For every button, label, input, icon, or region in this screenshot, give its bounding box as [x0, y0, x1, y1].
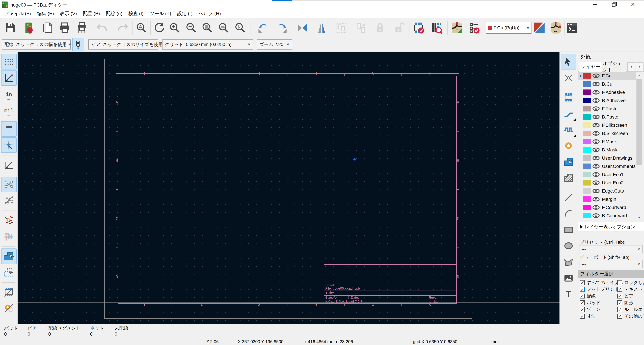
layer-row[interactable]: User.Drawings [578, 154, 636, 162]
polar-coordinates-button[interactable]: rθ [1, 70, 16, 86]
router-settings-button[interactable] [550, 20, 562, 36]
zoom-in-button[interactable] [167, 20, 182, 36]
layer-row[interactable]: F.Paste [578, 105, 636, 113]
visibility-eye-icon[interactable] [592, 156, 600, 160]
layer-row[interactable]: B.Courtyard [578, 212, 636, 220]
layer-color-swatch[interactable] [583, 131, 591, 136]
layer-list-scrollbar[interactable]: ▲ ▼ [636, 72, 642, 221]
local-ratsnest-button[interactable] [561, 70, 576, 86]
zoom-select[interactable]: ズーム 2.20∨ [257, 40, 292, 50]
layer-row[interactable]: F.Courtyard [578, 203, 636, 212]
scrollbar-thumb[interactable] [636, 79, 642, 165]
layer-row[interactable]: User.Comments [578, 162, 636, 170]
tune-length-button[interactable] [561, 122, 576, 137]
filter-vias[interactable]: ビア [617, 293, 634, 299]
layer-color-swatch[interactable] [583, 196, 591, 202]
visibility-eye-icon[interactable] [592, 90, 600, 95]
filter-rule-areas[interactable]: ルールエリア [617, 306, 644, 312]
footprint-checker-button[interactable] [411, 20, 427, 36]
layer-color-swatch[interactable] [583, 73, 591, 79]
visibility-eye-icon[interactable] [592, 139, 600, 144]
layer-row[interactable] [578, 220, 636, 221]
grid-select[interactable]: グリッド: 0.6350 mm (0.0250 in)∨ [162, 40, 253, 50]
layer-color-swatch[interactable] [583, 155, 591, 161]
print-button[interactable] [57, 20, 72, 36]
drc-button[interactable] [466, 20, 482, 36]
filter-locked-items[interactable]: ロックしたア [617, 279, 644, 285]
track-via-dimensions-toggle[interactable] [72, 38, 84, 51]
rotate-ccw-button[interactable] [255, 20, 270, 36]
layer-color-swatch[interactable] [583, 122, 591, 128]
menu-preferences[interactable]: 設定 (r) [174, 11, 196, 17]
visibility-eye-icon[interactable] [592, 123, 600, 127]
add-image-button[interactable] [561, 270, 576, 286]
layer-row[interactable]: Edge.Cuts [578, 187, 636, 195]
layer-color-swatch[interactable] [583, 180, 591, 186]
visibility-eye-icon[interactable] [592, 148, 600, 152]
layer-color-swatch[interactable] [583, 81, 591, 87]
visibility-eye-icon[interactable] [592, 82, 600, 86]
visibility-eye-icon[interactable] [592, 205, 600, 210]
scripting-console-button[interactable] [566, 20, 578, 36]
visibility-eye-icon[interactable] [592, 197, 600, 201]
curved-ratsnest-button[interactable] [1, 193, 16, 208]
via-size-select[interactable]: ビア: ネットクラスのサイズを使用∨ [88, 40, 158, 50]
find-button[interactable]: A [134, 20, 149, 36]
layer-row[interactable]: B.Silkscreen [578, 129, 636, 138]
layer-row[interactable]: User.Eco2 [578, 179, 636, 187]
tab-objects[interactable]: オブジェクト [603, 62, 626, 72]
visibility-eye-icon[interactable] [592, 131, 600, 136]
board-canvas[interactable]: 1 2 3 4 5 6 1 2 3 4 5 6 A B C D A B C D … [18, 52, 560, 324]
layer-color-swatch[interactable] [583, 205, 591, 210]
undo-button[interactable] [94, 20, 110, 36]
menu-tools[interactable]: ツール (T) [146, 11, 174, 17]
layer-row[interactable]: Margin [578, 195, 636, 203]
layer-color-swatch[interactable] [583, 188, 591, 194]
layer-color-swatch[interactable] [583, 106, 591, 112]
tab-scroll-left-button[interactable]: ◂ [628, 63, 635, 71]
preset-select[interactable]: ---∨ [579, 245, 642, 253]
units-mm-button[interactable]: mm↔ [1, 121, 16, 137]
filter-graphics[interactable]: 図形 [617, 300, 633, 306]
flip-horizontal-button[interactable] [294, 20, 310, 36]
footprint-browser-button[interactable] [429, 20, 444, 36]
layer-row[interactable]: F.Cu [578, 72, 636, 80]
redo-button[interactable] [115, 20, 130, 36]
filter-pads[interactable]: パッド [580, 300, 600, 306]
layer-row[interactable]: F.Silkscreen [578, 121, 636, 129]
visibility-eye-icon[interactable] [592, 172, 600, 177]
visibility-eye-icon[interactable] [592, 180, 600, 185]
page-settings-button[interactable] [40, 20, 55, 36]
units-mils-button[interactable]: mil↔ [1, 105, 16, 121]
layer-color-swatch[interactable] [583, 213, 591, 218]
group-button[interactable] [334, 20, 349, 36]
filter-footprints[interactable]: フットプリント [580, 286, 619, 292]
menu-inspect[interactable]: 検査 (I) [125, 11, 146, 17]
menu-file[interactable]: ファイル (F) [1, 11, 34, 17]
layer-row[interactable]: B.Adhesive [578, 96, 636, 105]
track-width-select[interactable]: 配線: ネットクラスの幅を使用∨ [2, 40, 70, 50]
pad-outline-mode-button[interactable] [1, 300, 16, 316]
draw-polygon-button[interactable] [561, 254, 576, 270]
tab-layers[interactable]: レイヤー [579, 62, 602, 72]
route-tracks-button[interactable] [561, 106, 576, 121]
menu-route[interactable]: 配線 (u) [103, 11, 125, 17]
add-rule-area-button[interactable] [561, 170, 576, 186]
layer-color-swatch[interactable] [583, 139, 591, 144]
filter-tracks[interactable]: 配線 [580, 293, 596, 299]
visibility-eye-icon[interactable] [592, 106, 600, 111]
zoom-fit-page-button[interactable] [199, 20, 215, 36]
zoom-fit-objects-button[interactable] [216, 20, 231, 36]
layer-color-swatch[interactable] [583, 147, 591, 153]
lock-button[interactable] [372, 20, 388, 36]
tab-scroll-right-button[interactable]: ▸ [636, 63, 644, 71]
footprint-outline-mode-button[interactable] [1, 284, 16, 300]
active-layer-select[interactable]: F.Cu (PgUp) ∨ [486, 22, 532, 34]
filter-all-items[interactable]: すべてのアイテム [580, 279, 624, 285]
grid-visibility-button[interactable] [1, 54, 16, 70]
layer-color-swatch[interactable] [583, 172, 591, 177]
ungroup-button[interactable] [353, 20, 368, 36]
refresh-button[interactable] [151, 20, 167, 36]
save-button[interactable] [2, 20, 18, 36]
layer-row[interactable]: B.Paste [578, 113, 636, 121]
